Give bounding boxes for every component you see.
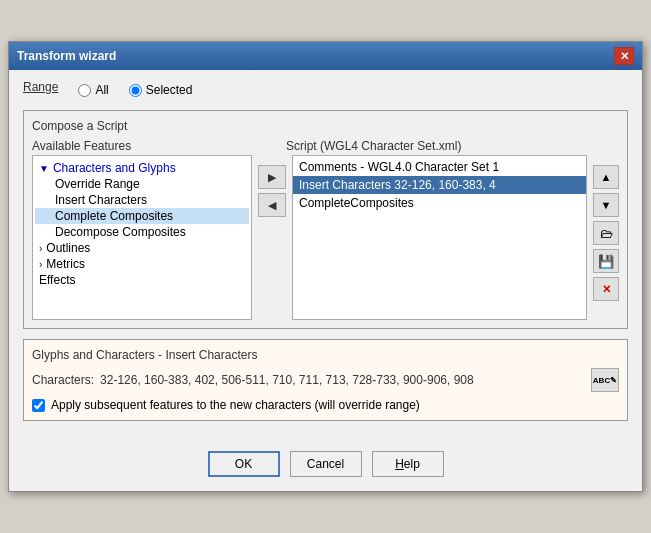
script-panel: Comments - WGL4.0 Character Set 1 Insert… — [292, 155, 587, 320]
selected-radio-text: Selected — [146, 83, 193, 97]
glyphs-chars-row: Characters: 32-126, 160-383, 402, 506-51… — [32, 368, 619, 392]
all-radio-text: All — [95, 83, 108, 97]
tree-item-metrics[interactable]: › Metrics — [35, 256, 249, 272]
compose-section: Compose a Script Available Features Scri… — [23, 110, 628, 329]
tree-item-complete-composites[interactable]: Complete Composites — [35, 208, 249, 224]
range-label: Range — [23, 80, 58, 94]
footer: OK Cancel Help — [9, 441, 642, 491]
middle-buttons: ▶ ◀ — [258, 155, 286, 320]
tree-item-override-range[interactable]: Override Range — [35, 176, 249, 192]
remove-from-script-button[interactable]: ◀ — [258, 193, 286, 217]
tree-scroll[interactable]: ▼ Characters and Glyphs Override Range I… — [33, 156, 251, 319]
delete-button[interactable]: ✕ — [593, 277, 619, 301]
tree-item-decompose-composites[interactable]: Decompose Composites — [35, 224, 249, 240]
apply-checkbox[interactable] — [32, 399, 45, 412]
compose-inner: ▼ Characters and Glyphs Override Range I… — [32, 155, 619, 320]
all-radio[interactable] — [78, 84, 91, 97]
checkbox-label: Apply subsequent features to the new cha… — [51, 398, 420, 412]
ok-button[interactable]: OK — [208, 451, 280, 477]
tree-item-insert-characters[interactable]: Insert Characters — [35, 192, 249, 208]
tree-item-characters-glyphs[interactable]: ▼ Characters and Glyphs — [35, 160, 249, 176]
range-section: Range All Selected — [23, 80, 628, 100]
help-button[interactable]: Help — [372, 451, 444, 477]
close-button[interactable]: ✕ — [614, 47, 634, 65]
available-label: Available Features — [32, 139, 252, 153]
main-content: Range All Selected Compose a Script Avai… — [9, 70, 642, 441]
selected-radio[interactable] — [129, 84, 142, 97]
title-bar: Transform wizard ✕ — [9, 42, 642, 70]
available-features-panel: ▼ Characters and Glyphs Override Range I… — [32, 155, 252, 320]
panel-labels: Available Features Script (WGL4 Characte… — [32, 139, 619, 153]
script-item-0[interactable]: Comments - WGL4.0 Character Set 1 — [293, 158, 586, 176]
compose-title: Compose a Script — [32, 119, 619, 133]
move-up-button[interactable]: ▲ — [593, 165, 619, 189]
window-title: Transform wizard — [17, 49, 116, 63]
save-button[interactable]: 💾 — [593, 249, 619, 273]
selected-radio-label[interactable]: Selected — [129, 83, 193, 97]
move-down-button[interactable]: ▼ — [593, 193, 619, 217]
metrics-arrow: › — [39, 259, 42, 270]
abc-button[interactable]: ABC✎ — [591, 368, 619, 392]
transform-wizard-window: Transform wizard ✕ Range All Selected Co… — [8, 41, 643, 492]
script-label: Script (WGL4 Character Set.xml) — [286, 139, 619, 153]
right-buttons: ▲ ▼ 🗁 💾 ✕ — [593, 155, 619, 320]
tree-item-effects[interactable]: Effects — [35, 272, 249, 288]
chars-label: Characters: — [32, 373, 94, 387]
chars-value: 32-126, 160-383, 402, 506-511, 710, 711,… — [100, 373, 585, 387]
expand-arrow: ▼ — [39, 163, 49, 174]
all-radio-label[interactable]: All — [78, 83, 108, 97]
script-list[interactable]: Comments - WGL4.0 Character Set 1 Insert… — [293, 156, 586, 319]
open-button[interactable]: 🗁 — [593, 221, 619, 245]
tree-item-outlines[interactable]: › Outlines — [35, 240, 249, 256]
cancel-button[interactable]: Cancel — [290, 451, 362, 477]
outlines-arrow: › — [39, 243, 42, 254]
add-to-script-button[interactable]: ▶ — [258, 165, 286, 189]
checkbox-row: Apply subsequent features to the new cha… — [32, 398, 619, 412]
glyphs-section: Glyphs and Characters - Insert Character… — [23, 339, 628, 421]
script-item-2[interactable]: CompleteComposites — [293, 194, 586, 212]
glyphs-title: Glyphs and Characters - Insert Character… — [32, 348, 619, 362]
script-item-1[interactable]: Insert Characters 32-126, 160-383, 4 — [293, 176, 586, 194]
